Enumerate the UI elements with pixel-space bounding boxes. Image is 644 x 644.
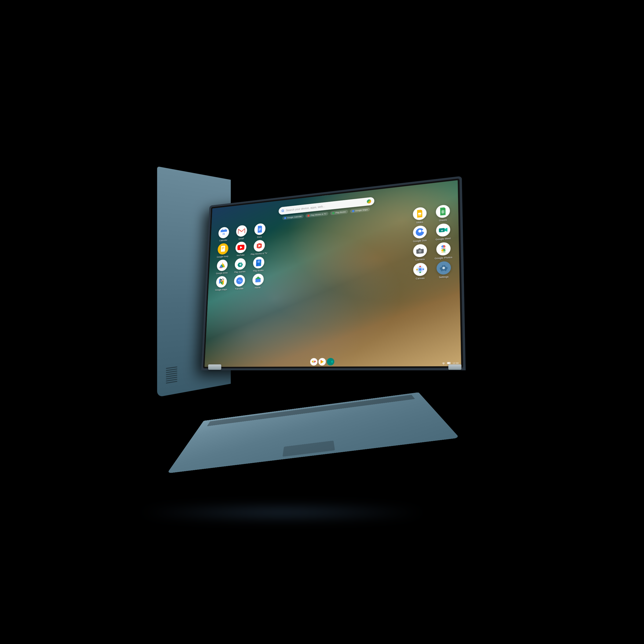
app-icon-maps[interactable]: Google Maps: [213, 276, 230, 291]
google-assistant-icon[interactable]: [367, 199, 371, 204]
svg-rect-69: [329, 361, 331, 363]
vent-lines: [166, 367, 177, 384]
app-icon-playgames[interactable]: Play Games: [231, 258, 249, 274]
app-icon-meet[interactable]: M Google Meet: [432, 223, 454, 241]
app-icon-photos[interactable]: Google Photos: [432, 241, 455, 260]
svg-rect-12: [221, 246, 225, 252]
laptop-wrapper: ASUS G Search your device, apps, web...: [134, 161, 510, 483]
keyboard-keys: [207, 395, 415, 426]
app-icon-slides[interactable]: Slides: [409, 206, 430, 225]
trackpad[interactable]: [283, 441, 335, 457]
app-icon-translate[interactable]: A あ Translate: [230, 275, 248, 290]
vent-line: [166, 381, 177, 383]
app-icon-drive[interactable]: Google Drive: [213, 259, 231, 275]
hinge-left: [208, 364, 221, 370]
calendar-icon-small: [284, 217, 286, 219]
svg-marker-70: [331, 360, 333, 363]
app-label-camera: Camera: [415, 258, 425, 261]
app-icon-sheets[interactable]: Sheets: [432, 204, 454, 222]
app-icon-calendar[interactable]: 31 Calendar: [215, 226, 232, 242]
app-label-drive: Google Drive: [216, 272, 228, 275]
system-time: 12:30: [452, 362, 459, 364]
maps-icon-small: [352, 210, 354, 212]
app-icon-canvas[interactable]: Canvas: [409, 262, 431, 280]
svg-rect-56: [418, 248, 420, 250]
app-icon-duo[interactable]: Google Duo: [409, 225, 431, 243]
laptop-shadow: [134, 504, 429, 521]
app-grid-main: 31 Calendar: [213, 223, 269, 291]
app-label-duo: Google Duo: [413, 239, 427, 243]
app-label-home: Home: [255, 286, 260, 289]
wifi-icon: [441, 361, 446, 365]
taskbar-chrome[interactable]: [310, 358, 318, 365]
app-label-playbooks: Play Books: [253, 269, 264, 272]
app-label-playmovies: Play Movies & TV: [251, 252, 267, 256]
app-icon-gmail[interactable]: Gmail: [233, 225, 250, 241]
svg-line-36: [239, 279, 240, 283]
app-label-calendar: Calendar: [219, 239, 227, 242]
app-label-playgames: Play Games: [234, 270, 246, 273]
bookmark-playbooks-label: Play Books: [335, 211, 346, 214]
app-icon-home[interactable]: Home: [249, 273, 267, 289]
svg-text:あ: あ: [240, 280, 242, 282]
svg-rect-40: [418, 213, 421, 215]
app-label-slides: Slides: [416, 221, 423, 224]
google-g-icon: G: [281, 209, 284, 213]
app-label-canvas: Canvas: [416, 277, 425, 280]
playbooks-icon-small: [332, 212, 335, 214]
app-icon-settings[interactable]: Settings: [432, 261, 455, 279]
app-icon-playmovies[interactable]: Play Movies & TV: [250, 239, 268, 256]
svg-rect-72: [447, 363, 450, 364]
app-label-gmail: Gmail: [239, 237, 244, 240]
svg-marker-49: [445, 228, 447, 232]
app-label-meet: Google Meet: [436, 237, 451, 241]
app-icon-camera[interactable]: Camera: [409, 243, 431, 262]
app-label-youtube: YouTube: [236, 254, 244, 257]
hinge-right: [448, 364, 462, 370]
app-label-photos: Google Photos: [434, 256, 452, 260]
svg-line-8: [245, 229, 245, 233]
taskbar-playstore[interactable]: [319, 358, 326, 365]
app-label-settings: Settings: [439, 275, 448, 279]
screen-body: ASUS G Search your device, apps, web...: [201, 176, 466, 370]
chrome-os: G Search your device, apps, web... Googl…: [204, 180, 461, 367]
svg-rect-38: [257, 281, 259, 282]
taskbar: [310, 358, 334, 365]
laptop-container: ASUS G Search your device, apps, web...: [107, 107, 537, 537]
app-icon-keep[interactable]: Google Keep: [214, 243, 231, 258]
app-label-translate: Translate: [235, 287, 243, 290]
app-label-sheets: Sheets: [439, 218, 447, 222]
app-label-docs: Docs: [257, 236, 262, 238]
app-grid-right: Slides: [409, 204, 455, 280]
app-icon-docs[interactable]: Docs: [251, 223, 269, 239]
taskbar-meet[interactable]: [327, 358, 334, 365]
svg-rect-16: [222, 252, 224, 253]
svg-text:31: 31: [222, 232, 225, 235]
playmovies-icon-small: [308, 214, 310, 217]
svg-marker-68: [321, 360, 324, 364]
svg-line-7: [238, 229, 238, 234]
svg-text:M: M: [441, 229, 443, 232]
bookmark-maps-label: Google Maps: [355, 208, 368, 212]
app-label-keep: Google Keep: [217, 255, 229, 258]
app-icon-playbooks[interactable]: Play Books: [250, 256, 268, 273]
app-icon-youtube[interactable]: YouTube: [232, 241, 250, 257]
screen-display: G Search your device, apps, web... Googl…: [204, 180, 461, 367]
screen-bezel: ASUS G Search your device, apps, web...: [203, 178, 463, 368]
svg-rect-26: [256, 259, 261, 266]
keyboard-deck: [167, 392, 459, 473]
